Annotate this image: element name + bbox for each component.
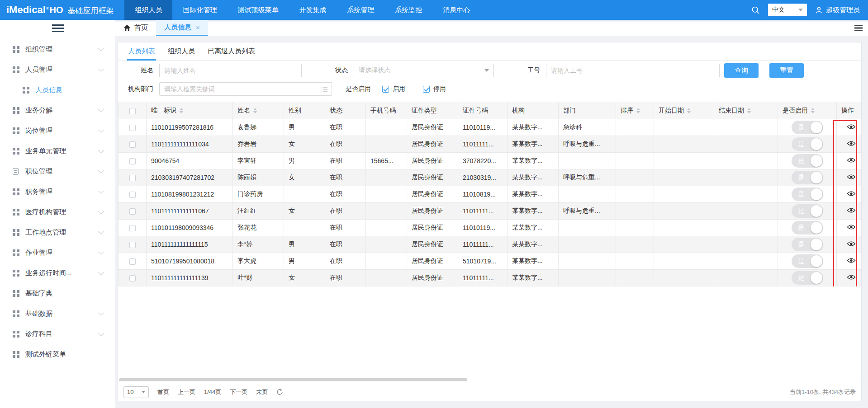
row-checkbox[interactable]	[129, 192, 136, 198]
reset-button[interactable]: 重置	[769, 63, 804, 78]
enabled-cell: 是	[778, 169, 837, 186]
sidebar-item-label: 职务管理	[25, 188, 52, 196]
subtab[interactable]: 组织人员	[161, 42, 201, 60]
row-checkbox[interactable]	[129, 225, 136, 231]
last-page-link[interactable]: 末页	[256, 388, 268, 396]
enabled-toggle[interactable]: 是	[792, 254, 823, 268]
close-icon[interactable]: ×	[196, 23, 200, 31]
enabled-toggle[interactable]: 是	[792, 171, 823, 184]
select-all-checkbox[interactable]	[129, 108, 136, 114]
nav-item[interactable]: 系统监控	[384, 0, 432, 20]
enabled-cell: 是	[778, 136, 837, 153]
user-menu[interactable]: 超级管理员	[815, 6, 860, 14]
sort-icon[interactable]	[180, 108, 183, 113]
enabled-toggle[interactable]: 是	[792, 221, 823, 234]
tree-select-icon[interactable]	[321, 86, 328, 92]
nav-item[interactable]: 系统管理	[337, 0, 384, 20]
sidebar-item[interactable]: 业务运行时间...	[0, 263, 115, 283]
row-checkbox[interactable]	[129, 242, 136, 248]
view-eye-icon[interactable]	[847, 140, 856, 147]
sort-icon[interactable]	[253, 108, 257, 113]
select-all-header-cell	[119, 102, 147, 119]
enabled-toggle[interactable]: 是	[792, 271, 823, 285]
view-eye-icon[interactable]	[847, 190, 856, 197]
view-eye-icon[interactable]	[847, 240, 856, 247]
enabled-toggle[interactable]: 是	[792, 188, 823, 201]
view-eye-icon[interactable]	[847, 257, 856, 264]
search-button[interactable]: 查询	[724, 63, 759, 78]
sidebar-item[interactable]: 基础字典	[0, 283, 115, 304]
row-checkbox[interactable]	[129, 258, 136, 265]
subtab[interactable]: 人员列表	[122, 42, 161, 60]
sidebar-item[interactable]: 诊疗科目	[0, 324, 115, 344]
sidebar-item[interactable]: 业务单元管理	[0, 141, 115, 161]
sidebar-item[interactable]: 基础数据	[0, 304, 115, 324]
cell-id: 110108199801231212	[147, 186, 233, 203]
enable-checkbox[interactable]	[382, 86, 389, 93]
sidebar-collapse-icon[interactable]	[52, 24, 64, 26]
nav-item[interactable]: 消息中心	[432, 0, 480, 20]
sidebar-item[interactable]: 职务管理	[0, 182, 115, 202]
column-header-label: 操作	[841, 107, 854, 114]
cell-name: 张花花	[233, 220, 284, 236]
row-checkbox[interactable]	[129, 158, 136, 164]
sort-icon[interactable]	[687, 108, 691, 113]
tab-personnel-info[interactable]: 人员信息 ×	[156, 20, 208, 36]
subtab[interactable]: 已离退人员列表	[201, 42, 261, 60]
row-checkbox[interactable]	[129, 275, 136, 281]
sort-icon[interactable]	[636, 108, 640, 113]
cell-id: 110101199507281816	[147, 119, 233, 136]
nav-item[interactable]: 组织人员	[124, 0, 172, 20]
search-icon[interactable]	[751, 6, 760, 14]
tab-home[interactable]: 首页	[115, 20, 156, 36]
operation-cell	[837, 203, 862, 220]
sidebar-item[interactable]: 职位管理	[0, 161, 115, 182]
enabled-toggle[interactable]: 是	[792, 154, 823, 168]
sort-icon[interactable]	[811, 108, 815, 113]
cell-cert_type: 居民身份证	[407, 136, 458, 153]
sidebar-item[interactable]: 测试外链菜单	[0, 344, 115, 365]
nav-item[interactable]: 国际化管理	[172, 0, 227, 20]
table-row: 110111111111111034乔岩岩女在职居民身份证11011111...…	[119, 136, 862, 153]
disable-checkbox-label: 停用	[433, 85, 446, 93]
row-checkbox[interactable]	[129, 208, 136, 215]
sidebar-subitem[interactable]: 人员信息	[0, 80, 115, 100]
first-page-link[interactable]: 首页	[157, 388, 169, 396]
horizontal-scrollbar-thumb[interactable]	[119, 378, 467, 381]
sidebar-item[interactable]: 业务分解	[0, 100, 115, 121]
sidebar-item[interactable]: 工作地点管理	[0, 222, 115, 243]
sidebar-item[interactable]: 岗位管理	[0, 121, 115, 141]
enabled-toggle[interactable]: 是	[792, 121, 823, 134]
empno-input[interactable]	[546, 64, 720, 77]
nav-item[interactable]: 开发集成	[289, 0, 337, 20]
sidebar-item[interactable]: 作业管理	[0, 243, 115, 263]
language-select[interactable]: 中文	[768, 4, 807, 16]
view-eye-icon[interactable]	[847, 207, 856, 214]
enabled-toggle[interactable]: 是	[792, 204, 823, 218]
tab-list-menu-icon[interactable]	[854, 25, 863, 26]
toggle-knob	[811, 172, 822, 183]
nav-item[interactable]: 测试顶级菜单	[227, 0, 289, 20]
view-eye-icon[interactable]	[847, 274, 856, 281]
enabled-toggle[interactable]: 是	[792, 238, 823, 251]
row-checkbox[interactable]	[129, 125, 136, 131]
disable-checkbox[interactable]	[423, 86, 430, 93]
next-page-link[interactable]: 下一页	[230, 388, 247, 396]
status-select[interactable]: 请选择状态	[354, 64, 494, 77]
sidebar-item[interactable]: 人员管理	[0, 60, 115, 80]
view-eye-icon[interactable]	[847, 157, 856, 164]
view-eye-icon[interactable]	[847, 174, 856, 180]
row-checkbox[interactable]	[129, 175, 136, 181]
row-checkbox[interactable]	[129, 141, 136, 148]
name-input[interactable]	[159, 64, 302, 77]
enabled-toggle[interactable]: 是	[792, 137, 823, 151]
refresh-icon[interactable]	[276, 389, 283, 395]
dept-input[interactable]	[159, 82, 332, 96]
view-eye-icon[interactable]	[847, 123, 856, 130]
page-size-select[interactable]: 10	[123, 386, 149, 398]
prev-page-link[interactable]: 上一页	[178, 388, 195, 396]
sidebar-item[interactable]: 组织管理	[0, 39, 115, 60]
sort-icon[interactable]	[747, 108, 751, 113]
view-eye-icon[interactable]	[847, 224, 856, 230]
sidebar-item[interactable]: 医疗机构管理	[0, 202, 115, 222]
